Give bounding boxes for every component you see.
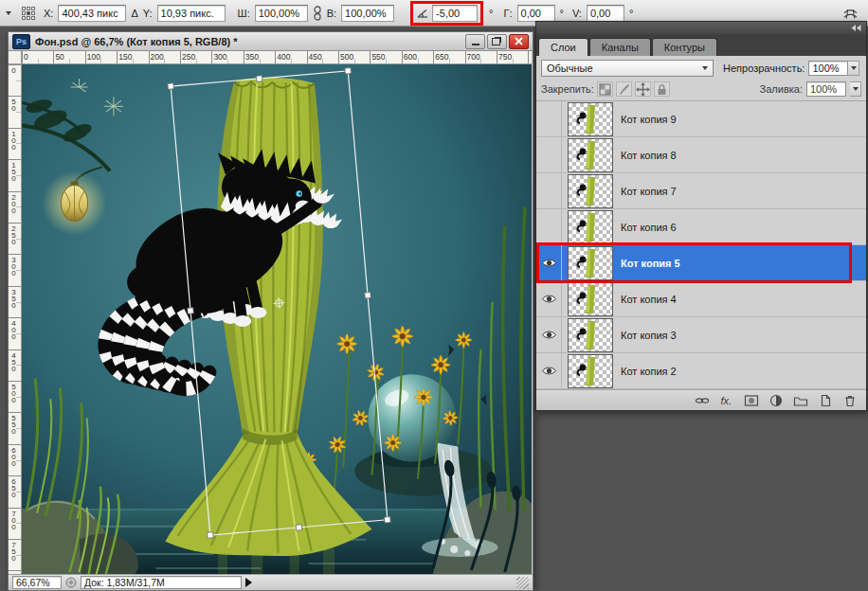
h-skew-input[interactable]: 0,00 [517,5,555,22]
lock-label: Закрепить: [541,83,594,95]
layer-name: Кот копия 6 [621,222,677,233]
layer-thumbnail[interactable] [568,282,613,316]
window-resize-grip[interactable] [516,577,529,589]
y-input[interactable]: 10,93 пикс. [157,5,226,22]
visibility-toggle[interactable] [536,173,562,208]
layer-mask-icon[interactable] [744,393,759,408]
reference-point-locator[interactable] [22,7,35,20]
visibility-toggle-eye-icon[interactable] [536,245,562,280]
layer-row[interactable]: Кот копия 9 [536,101,866,137]
opacity-slider-arrow-icon[interactable] [848,61,859,76]
canvas-area[interactable] [22,64,532,574]
tab-Слои[interactable]: Слои [538,38,588,56]
ruler-label: 600 [404,52,417,62]
layer-thumbnail[interactable] [568,138,613,172]
blend-mode-value: Обычные [547,63,593,74]
layer-row[interactable]: Кот копия 5 [536,245,866,281]
minimize-button[interactable] [465,34,485,49]
document-window: Ps Фон.psd @ 66,7% (Кот копия 5, RGB/8) … [8,31,533,591]
chevron-down-icon [702,66,708,70]
warp-mode-icon[interactable] [842,7,859,20]
layer-row[interactable]: Кот копия 2 [536,353,866,389]
restore-button[interactable] [487,34,507,49]
layers-panel-body: Обычные Непрозрачность: 100% Закрепить: … [536,56,866,410]
tab-Каналы[interactable]: Каналы [589,38,651,56]
layer-name: Кот копия 2 [621,366,677,377]
layer-thumbnail[interactable] [568,210,613,244]
tab-Контуры[interactable]: Контуры [652,38,717,56]
fill-input[interactable]: 100% [806,81,846,97]
link-dimensions-icon[interactable] [313,6,322,21]
visibility-toggle[interactable] [536,101,562,136]
h-skew-unit: ° [560,8,564,19]
visibility-toggle[interactable] [536,209,562,244]
ruler-label: 550 [371,52,385,62]
ruler-label: 400 [9,319,18,339]
layer-thumbnail[interactable] [568,174,613,208]
close-button[interactable] [509,34,529,49]
ruler-label: 750 [9,541,18,561]
visibility-toggle-eye-icon[interactable] [536,281,562,316]
lock-position-icon[interactable] [635,81,651,97]
height-input[interactable]: 100,00% [341,5,394,22]
opacity-input[interactable]: 100% [808,61,848,76]
y-label: Y: [143,8,153,19]
new-layer-icon[interactable] [818,393,833,408]
layer-style-icon[interactable]: fx. [719,393,734,408]
document-title: Фон.psd @ 66,7% (Кот копия 5, RGB/8) * [35,36,238,47]
document-size-info: Док: 1,83М/31,7М [81,576,242,589]
ruler-label: 650 [435,52,448,62]
visibility-toggle-eye-icon[interactable] [536,353,562,388]
ruler-label: 50 [9,98,18,111]
layer-thumbnail[interactable] [568,354,613,388]
rotation-input[interactable]: -5,00 [432,5,478,22]
ruler-left[interactable]: 0501001502002503003504004505005506006507… [9,64,22,574]
adjustment-layer-icon[interactable] [769,393,784,408]
layer-row[interactable]: Кот копия 4 [536,281,866,317]
v-skew-unit: ° [629,8,633,19]
layers-list: Кот копия 9Кот копия 8Кот копия 7Кот коп… [536,101,866,390]
ruler-label: 550 [9,414,18,434]
layer-thumbnail[interactable] [568,318,613,352]
ruler-top[interactable]: 0501001502002503003504004505005506006507… [22,51,532,64]
layer-group-icon[interactable] [793,393,808,408]
delete-layer-icon[interactable] [842,393,858,408]
layer-row[interactable]: Кот копия 6 [536,209,866,245]
layer-thumbnail[interactable] [568,102,613,136]
lock-transparency-icon[interactable] [597,81,613,97]
zoom-input[interactable]: 66,67% [12,576,62,589]
x-input[interactable]: 400,43 пикс [58,5,126,22]
status-popup-arrow-icon[interactable] [245,578,252,587]
link-layers-icon[interactable] [695,393,710,408]
tool-preset-arrow-icon[interactable] [6,11,11,15]
canvas-image[interactable] [22,64,532,574]
ruler-label: 200 [151,52,164,62]
x-label: X: [44,8,53,19]
layer-row[interactable]: Кот копия 8 [536,137,866,173]
layer-row[interactable]: Кот копия 3 [536,317,866,353]
collapse-panels-icon[interactable] [850,24,862,32]
fill-slider-arrow-icon[interactable] [850,81,861,97]
layer-name: Кот копия 3 [621,330,677,341]
lock-paint-icon[interactable] [616,81,632,97]
ruler-label: 650 [9,477,18,497]
layer-thumbnail[interactable] [568,246,613,280]
ruler-corner [9,51,22,64]
layer-row[interactable]: Кот копия 7 [536,173,866,209]
visibility-toggle[interactable] [536,137,562,172]
restore-icon [492,38,500,45]
width-input[interactable]: 100,00% [255,5,308,22]
ruler-label: 250 [9,224,18,244]
ruler-label: 700 [467,52,480,62]
delta-relative-icon[interactable]: Δ [131,8,137,19]
document-title-bar[interactable]: Ps Фон.psd @ 66,7% (Кот копия 5, RGB/8) … [9,32,533,51]
layer-name: Кот копия 5 [621,258,680,269]
ruler-label: 50 [55,52,63,62]
v-skew-input[interactable]: 0,00 [587,5,624,22]
fill-label: Заливка: [760,83,803,95]
ruler-label: 400 [277,52,290,62]
lock-all-icon[interactable] [654,81,670,97]
status-menu-icon[interactable] [65,577,77,588]
visibility-toggle-eye-icon[interactable] [536,317,562,352]
blend-mode-select[interactable]: Обычные [541,60,714,77]
